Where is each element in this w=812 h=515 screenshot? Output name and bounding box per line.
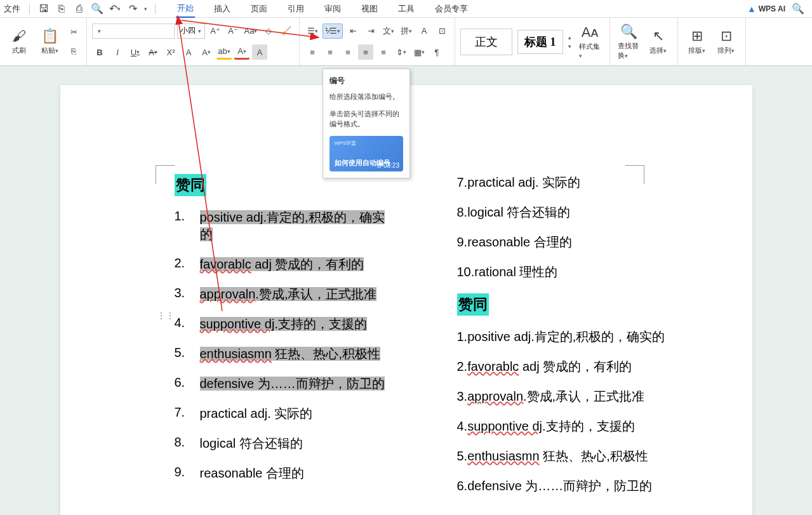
format-painter-button[interactable]: 🖌式刷	[5, 25, 33, 58]
chevron-down-icon: ▾	[198, 28, 201, 34]
tooltip-video[interactable]: WPS学堂 如何使用自动编号 ⊙03:23	[329, 136, 403, 171]
increase-font-button[interactable]: A⁺	[208, 23, 223, 39]
layout2-button[interactable]: ⊡排列▾	[712, 25, 740, 58]
tab-view[interactable]: 视图	[360, 1, 379, 17]
list-item[interactable]: 10.rational 理性的	[457, 264, 714, 281]
clear-icon[interactable]: 🧹	[279, 23, 294, 39]
list-item[interactable]: 6.defensive 为……而辩护，防卫的	[175, 375, 432, 392]
preview-icon[interactable]: 🔍	[91, 3, 103, 15]
quick-access: 文件 🖫 ⎘ ⎙ 🔍 ↶▾ ↷ ▾	[3, 1, 163, 17]
paste-button[interactable]: 📋粘贴▾	[36, 25, 63, 58]
numbering-button[interactable]: ⅟☰▾	[323, 23, 343, 39]
list-item[interactable]: 2.favorablc adj 赞成的，有利的	[175, 256, 432, 273]
list-item[interactable]: 8.logical 符合还辑的	[457, 204, 714, 221]
brush-icon: 🖌	[12, 28, 26, 44]
subscript-button[interactable]: A	[181, 44, 196, 60]
list-item[interactable]: 6.defensive 为……而辩护，防卫的	[457, 478, 714, 495]
text-direction-button[interactable]: 文▾	[381, 23, 396, 39]
decrease-indent-button[interactable]: ⇤	[345, 23, 361, 39]
print-icon[interactable]: ⎙	[73, 3, 86, 15]
char-shading-button[interactable]: ⊡	[434, 23, 449, 39]
qat-dropdown-icon[interactable]: ▾	[144, 6, 147, 12]
layout2-label: 排列▾	[717, 46, 735, 55]
layout1-button[interactable]: ⊞排版▾	[683, 25, 711, 58]
align-right-button[interactable]: ≡	[340, 44, 356, 60]
font-color-button[interactable]: A▾	[234, 44, 250, 60]
copy-icon[interactable]: ⎘	[66, 44, 81, 59]
style-normal[interactable]: 正文	[460, 29, 512, 55]
search-icon[interactable]: 🔍	[792, 3, 804, 15]
item-number: 9.	[175, 465, 200, 479]
tab-page[interactable]: 页面	[250, 1, 269, 17]
redo-icon[interactable]: ↷	[126, 3, 139, 15]
clear-format-button[interactable]: ◇	[261, 23, 276, 39]
underline-button[interactable]: U▾	[128, 44, 143, 60]
increase-indent-button[interactable]: ⇥	[363, 23, 378, 39]
cut-icon[interactable]: ✂	[66, 25, 81, 40]
wps-ai-label: WPS AI	[759, 4, 785, 13]
tab-reference[interactable]: 引用	[286, 1, 305, 17]
select-button[interactable]: ↖选择▾	[644, 25, 672, 58]
export-icon[interactable]: ⎘	[55, 3, 68, 15]
item-number: 4.	[175, 316, 200, 330]
emphasis-button[interactable]: A▾	[199, 44, 214, 60]
strikethrough-button[interactable]: A▾	[145, 44, 161, 60]
file-menu[interactable]: 文件	[3, 1, 22, 17]
tab-insert[interactable]: 插入	[213, 1, 232, 17]
italic-button[interactable]: I	[110, 44, 125, 60]
char-border-button[interactable]: A	[416, 23, 432, 39]
undo-icon[interactable]: ↶▾	[109, 3, 121, 15]
list-item[interactable]: 2.favorablc adj 赞成的，有利的	[457, 358, 714, 375]
tab-review[interactable]: 审阅	[323, 1, 342, 17]
item-text: reasonable 合理的	[200, 465, 432, 482]
list-item[interactable]: 1.positive adj.肯定的,积极的，确实的	[175, 209, 432, 243]
tab-start[interactable]: 开始	[176, 0, 195, 18]
list-item[interactable]: 9.reasonable 合理的	[175, 465, 432, 482]
phonetic-button[interactable]: 拼▾	[399, 23, 414, 39]
list-item[interactable]: 5.enthusiasmn 狂热、热心,积极性	[457, 448, 714, 465]
styles-button[interactable]: Aᴀ样式集▾	[576, 22, 604, 62]
decrease-font-button[interactable]: A⁻	[225, 23, 241, 39]
style-scroll-down-icon[interactable]: ▾	[568, 43, 571, 50]
align-center-button[interactable]: ≡	[323, 44, 338, 60]
video-tag: WPS学堂	[335, 140, 398, 147]
list-item[interactable]: 8.logical 符合还辑的	[175, 435, 432, 452]
list-item[interactable]: 4.suppontive dj.支持的，支援的	[457, 418, 714, 435]
align-left-button[interactable]: ≡	[305, 44, 320, 60]
change-case-button[interactable]: Aa▾	[243, 23, 258, 39]
align-justify-button[interactable]: ≡	[358, 44, 373, 60]
style-scroll-up-icon[interactable]: ▴	[568, 34, 571, 41]
style-heading1[interactable]: 标题 1	[517, 30, 563, 54]
list-item[interactable]: 3.approvaln.赞成,承认，正式批准	[175, 286, 432, 303]
wps-ai-button[interactable]: ▲WPS AI	[747, 4, 785, 14]
ai-icon: ▲	[747, 4, 756, 14]
font-name-select[interactable]: ▾	[92, 23, 175, 39]
shading-button[interactable]: A	[252, 44, 267, 60]
list-item[interactable]: 3.approvaln.赞成,承认，正式批准	[457, 388, 714, 405]
save-icon[interactable]: 🖫	[37, 3, 50, 15]
superscript-button[interactable]: X²	[163, 44, 178, 60]
styles-label: 样式集▾	[579, 42, 602, 59]
distribute-button[interactable]: ≡	[376, 44, 391, 60]
play-icon: ⊙	[376, 162, 382, 169]
font-size-select[interactable]: 小四▾	[177, 23, 205, 39]
bullets-button[interactable]: ☰▾	[305, 23, 320, 39]
search-icon: 🔍	[620, 23, 637, 40]
tab-tools[interactable]: 工具	[397, 1, 416, 17]
highlight-color-button[interactable]: ab▾	[216, 44, 232, 60]
list-item[interactable]: 1.positive adj.肯定的,积极的，确实的	[457, 328, 714, 345]
drag-handle-icon[interactable]: ⋮⋮	[157, 311, 175, 321]
list-item[interactable]: 4.suppontive dj.支持的，支援的	[175, 316, 432, 333]
list-item[interactable]: 7.practical adj. 实际的	[175, 405, 432, 422]
columns: 赞同 1.positive adj.肯定的,积极的，确实的2.favorablc…	[175, 174, 714, 507]
tab-member[interactable]: 会员专享	[434, 1, 469, 17]
list-item[interactable]: 9.reasonable 合理的	[457, 234, 714, 251]
find-replace-button[interactable]: 🔍查找替换▾	[615, 21, 643, 63]
bold-button[interactable]: B	[92, 44, 107, 60]
list-item[interactable]: 7.practical adj. 实际的	[457, 174, 714, 191]
show-marks-button[interactable]: ¶	[429, 44, 444, 60]
cursor-icon: ↖	[653, 28, 664, 44]
line-spacing-button[interactable]: ⇕▾	[394, 44, 409, 60]
list-item[interactable]: 5.enthusiasmn 狂热、热心,积极性	[175, 345, 432, 363]
borders-button[interactable]: ▦▾	[411, 44, 427, 60]
